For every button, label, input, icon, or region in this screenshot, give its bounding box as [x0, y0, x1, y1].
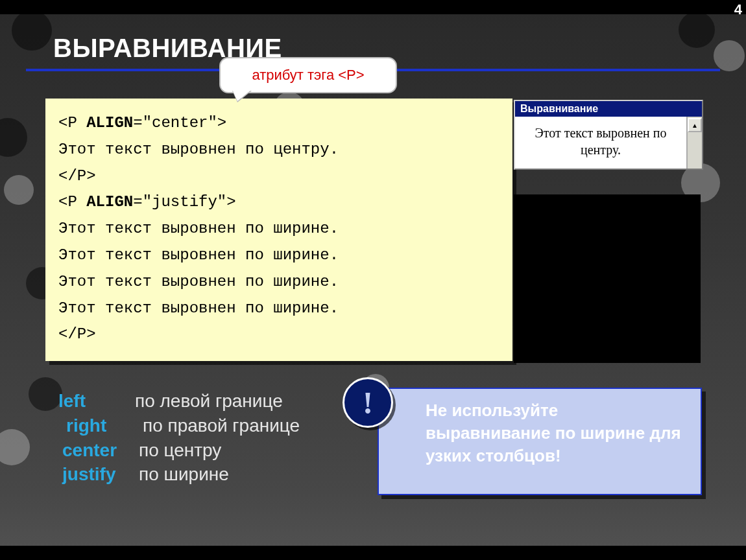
callout-bubble: атрибут тэга <P> — [219, 57, 397, 93]
code-line: </P> — [58, 321, 499, 348]
warning-badge-icon: ! — [343, 377, 393, 428]
callout-text: атрибут тэга — [252, 67, 338, 83]
preview-occluder — [514, 194, 701, 363]
decoration-bubble — [0, 118, 27, 157]
callout-tail — [232, 89, 252, 101]
decoration-bubble — [29, 377, 62, 411]
code-line: <P ALIGN="center"> — [58, 110, 499, 137]
code-line: </P> — [58, 163, 499, 190]
align-row-justify: justifyпо ширине — [58, 462, 300, 487]
warning-text: Не используйте выравнивание по ширине дл… — [426, 401, 681, 465]
align-values-list: leftпо левой границе rightпо правой гран… — [58, 389, 300, 487]
preview-body: Этот текст выровнен по центру. ▲ — [515, 117, 702, 169]
code-line: Этот текст выровнен по ширине. — [58, 242, 499, 269]
preview-titlebar: Выравнивание — [515, 101, 702, 117]
callout-tag: <P> — [338, 67, 364, 83]
align-row-center: centerпо центру — [58, 438, 300, 463]
decoration-bubble — [679, 14, 715, 48]
code-example: <P ALIGN="center"> Этот текст выровнен п… — [45, 99, 512, 361]
decoration-bubble — [12, 14, 52, 51]
code-line: Этот текст выровнен по ширине. — [58, 216, 499, 242]
decoration-bubble — [0, 429, 30, 465]
warning-note: Не используйте выравнивание по ширине дл… — [378, 388, 702, 495]
preview-content: Этот текст выровнен по центру. — [515, 117, 686, 169]
code-line: Этот текст выровнен по ширине. — [58, 269, 499, 296]
preview-window: Выравнивание Этот текст выровнен по цент… — [514, 100, 703, 170]
align-row-left: leftпо левой границе — [58, 389, 300, 414]
align-row-right: rightпо правой границе — [58, 414, 300, 438]
scroll-up-icon[interactable]: ▲ — [688, 118, 702, 132]
code-line: Этот текст выровнен по центру. — [58, 137, 499, 163]
code-line: <P ALIGN="justify"> — [58, 189, 499, 216]
slide: ВЫРАВНИВАНИЕ атрибут тэга <P> <P ALIGN="… — [0, 14, 746, 546]
decoration-bubble — [714, 40, 745, 71]
code-line: Этот текст выровнен по ширине. — [58, 296, 499, 322]
decoration-bubble — [4, 175, 34, 205]
preview-scrollbar[interactable]: ▲ — [686, 117, 702, 169]
